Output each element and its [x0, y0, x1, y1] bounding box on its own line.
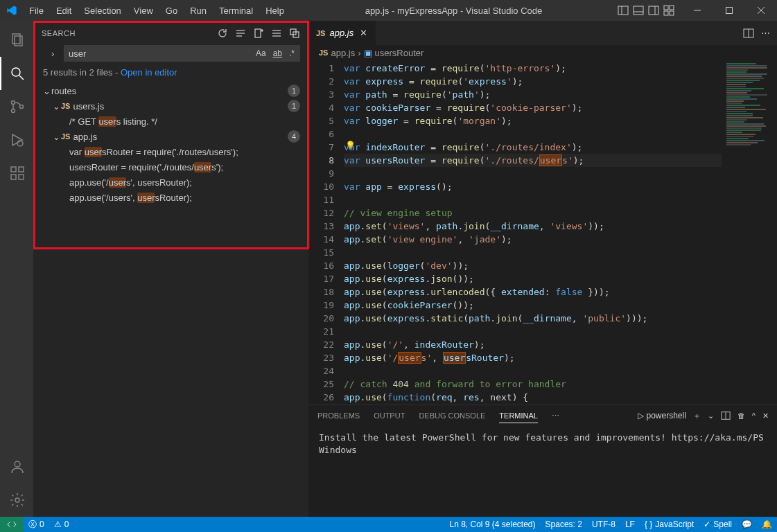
status-warnings[interactable]: ⚠ 0	[49, 517, 74, 532]
editor-area: JS app.js ✕ ⋯ JS app.js › ▣ usersRouter …	[309, 21, 777, 517]
svg-rect-7	[670, 6, 674, 10]
status-bar: ⓧ 0 ⚠ 0 Ln 8, Col 9 (4 selected) Spaces:…	[0, 517, 777, 532]
extensions-icon[interactable]	[0, 157, 33, 190]
run-debug-icon[interactable]	[0, 123, 33, 157]
title-bar: File Edit Selection View Go Run Terminal…	[0, 0, 777, 21]
svg-rect-11	[726, 8, 733, 14]
minimap[interactable]	[722, 60, 777, 405]
sidebar-title: SEARCH	[42, 29, 217, 37]
window-title: app.js - myExpressApp - Visual Studio Co…	[290, 6, 618, 16]
regex-icon[interactable]: .*	[287, 48, 297, 59]
svg-rect-31	[255, 29, 261, 37]
settings-gear-icon[interactable]	[0, 484, 33, 517]
menu-file[interactable]: File	[24, 3, 49, 19]
svg-point-27	[15, 498, 19, 502]
js-file-icon: JS	[319, 48, 328, 57]
panel-tab-output[interactable]: OUTPUT	[374, 409, 405, 423]
close-tab-icon[interactable]: ✕	[358, 28, 369, 38]
maximize-button[interactable]	[713, 0, 745, 21]
menu-bar: File Edit Selection View Go Run Terminal…	[24, 3, 290, 19]
kill-terminal-icon[interactable]: 🗑	[737, 411, 745, 420]
search-results-tree: ⌄routes1 ⌄JSusers.js1 /* GET users listi…	[33, 83, 308, 205]
panel-tab-problems[interactable]: PROBLEMS	[317, 409, 360, 423]
source-control-icon[interactable]	[0, 90, 33, 123]
status-bell-icon[interactable]: 🔔	[757, 517, 777, 532]
search-summary: 5 results in 2 files - Open in editor	[33, 62, 308, 83]
js-file-icon: JS	[316, 29, 325, 37]
match-word-icon[interactable]: ab	[271, 48, 284, 59]
open-in-editor-link[interactable]: Open in editor	[121, 67, 177, 78]
vscode-logo-icon	[0, 5, 24, 16]
menu-terminal[interactable]: Terminal	[213, 3, 259, 19]
status-lncol[interactable]: Ln 8, Col 9 (4 selected)	[444, 517, 540, 532]
folder-row[interactable]: ⌄routes1	[37, 83, 304, 98]
menu-go[interactable]: Go	[160, 3, 183, 19]
layout-custom-icon[interactable]	[663, 5, 674, 16]
menu-edit[interactable]: Edit	[51, 3, 77, 19]
status-feedback-icon[interactable]: 💬	[737, 517, 757, 532]
search-icon[interactable]	[0, 57, 33, 90]
status-eol[interactable]: LF	[620, 517, 640, 532]
breadcrumb[interactable]: JS app.js › ▣ usersRouter	[309, 45, 777, 60]
result-row[interactable]: /* GET users listing. */	[37, 114, 304, 129]
svg-line-17	[19, 76, 24, 80]
terminal-profile[interactable]: ▷ powershell	[638, 411, 686, 420]
result-row[interactable]: var usersRouter = require('./routes/user…	[37, 144, 304, 159]
minimize-button[interactable]	[681, 0, 713, 21]
terminal-dropdown-icon[interactable]: ⌄	[708, 411, 714, 420]
menu-help[interactable]: Help	[260, 3, 290, 19]
svg-point-20	[20, 105, 24, 109]
collapse-icon[interactable]	[271, 28, 282, 39]
split-editor-icon[interactable]	[743, 28, 754, 39]
status-encoding[interactable]: UTF-8	[587, 517, 620, 532]
panel-tab-terminal[interactable]: TERMINAL	[499, 409, 538, 423]
result-row[interactable]: app.use('/users', usersRouter);	[37, 190, 304, 205]
svg-rect-6	[664, 6, 668, 10]
svg-rect-14	[12, 34, 20, 44]
result-row[interactable]: usersRouter = require('./routes/users');	[37, 159, 304, 175]
remote-icon[interactable]	[0, 517, 24, 532]
result-row[interactable]: app.use('/users', usersRouter);	[37, 175, 304, 190]
js-file-icon: JS	[61, 132, 70, 141]
new-file-icon[interactable]	[253, 28, 264, 39]
svg-rect-24	[19, 175, 24, 179]
layout-bottom-icon[interactable]	[633, 5, 644, 16]
activity-bar	[0, 21, 33, 517]
maximize-panel-icon[interactable]: ^	[752, 411, 756, 420]
menu-view[interactable]: View	[128, 3, 159, 19]
split-terminal-icon[interactable]	[721, 411, 731, 420]
close-panel-icon[interactable]: ✕	[762, 411, 769, 420]
file-row[interactable]: ⌄JSapp.js4	[37, 129, 304, 144]
expand-icon[interactable]	[289, 28, 300, 39]
layout-left-icon[interactable]	[618, 5, 629, 16]
new-terminal-icon[interactable]: ＋	[693, 411, 701, 421]
panel-tab-debug[interactable]: DEBUG CONSOLE	[419, 409, 485, 423]
status-errors[interactable]: ⓧ 0	[24, 517, 49, 532]
search-sidebar: SEARCH › Aa ab .*	[33, 21, 309, 517]
explorer-icon[interactable]	[0, 24, 33, 57]
status-spell[interactable]: ✓ Spell	[699, 517, 737, 532]
refresh-icon[interactable]	[217, 28, 228, 39]
close-button[interactable]	[745, 0, 777, 21]
editor[interactable]: 1234567891011121314151617181920212223242…	[309, 60, 777, 405]
accounts-icon[interactable]	[0, 450, 33, 484]
js-file-icon: JS	[61, 102, 70, 110]
clear-icon[interactable]	[235, 28, 246, 39]
match-case-icon[interactable]: Aa	[254, 48, 268, 59]
menu-run[interactable]: Run	[184, 3, 212, 19]
menu-selection[interactable]: Selection	[78, 3, 126, 19]
layout-controls	[618, 5, 681, 16]
layout-right-icon[interactable]	[648, 5, 659, 16]
status-spaces[interactable]: Spaces: 2	[541, 517, 587, 532]
toggle-replace-icon[interactable]: ›	[51, 48, 60, 59]
file-row[interactable]: ⌄JSusers.js1	[37, 98, 304, 114]
more-icon[interactable]: ⋯	[552, 411, 559, 420]
svg-rect-22	[11, 167, 16, 172]
search-input[interactable]	[64, 48, 254, 59]
more-icon[interactable]: ⋯	[761, 28, 770, 38]
svg-rect-9	[670, 11, 674, 15]
tab-appjs[interactable]: JS app.js ✕	[309, 21, 376, 45]
terminal-body[interactable]: Install the latest PowerShell for new fe…	[309, 426, 777, 517]
svg-rect-0	[618, 6, 628, 15]
status-language[interactable]: { } JavaScript	[640, 517, 699, 532]
